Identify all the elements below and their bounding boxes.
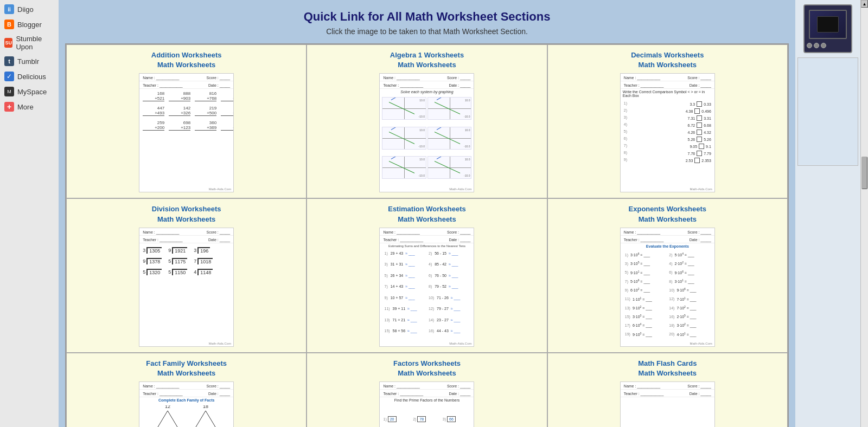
- worksheet-image-factors: Name : ___________Score : _____ Teacher …: [379, 381, 474, 427]
- cell-title-addition: Addition WorksheetsMath Worksheets: [151, 50, 222, 70]
- cell-title-division: Division WorksheetsMath Worksheets: [152, 204, 221, 224]
- grid-cell-factors[interactable]: Factors WorksheetsMath Worksheets Name :…: [307, 353, 547, 427]
- scroll-thumb[interactable]: [861, 157, 867, 189]
- worksheet-image-addition: Name : ___________Score : _____ Teacher …: [139, 73, 234, 192]
- svg-text:18: 18: [203, 405, 208, 409]
- sidebar-item-myspace[interactable]: M MySpace: [0, 85, 59, 99]
- cell-title-algebra: Algebra 1 WorksheetsMath Worksheets: [390, 50, 464, 70]
- grid-cell-addition[interactable]: Addition WorksheetsMath Worksheets Name …: [66, 44, 307, 198]
- scroll-track[interactable]: [861, 8, 868, 427]
- sidebar-label-delicious: Delicious: [17, 73, 46, 81]
- oven-window: [809, 10, 847, 39]
- worksheet-image-exponents: Name : ___________Score : _____ Teacher …: [620, 228, 715, 347]
- cell-title-flashcards: Math Flash CardsMath Worksheets: [638, 359, 697, 378]
- sidebar-label-tumblr: Tumblr: [17, 57, 39, 66]
- cell-title-factfamily: Fact Family WorksheetsMath Worksheets: [146, 359, 227, 378]
- worksheet-image-decimals: Name : ___________Score : _____ Teacher …: [620, 73, 715, 192]
- diigo-icon: ii: [4, 4, 14, 14]
- grid-cell-exponents[interactable]: Exponents WorksheetsMath Worksheets Name…: [547, 198, 788, 352]
- sidebar-label-myspace: MySpace: [17, 88, 47, 96]
- sidebar-item-more[interactable]: + More: [0, 100, 59, 114]
- scroll-up-button[interactable]: ▲: [861, 0, 868, 8]
- worksheet-image-algebra: Name : ___________Score : _____ Teacher …: [379, 73, 474, 192]
- sidebar: ii Diigo B Blogger SU Stumble Upon t Tum…: [0, 0, 59, 427]
- sidebar-item-stumble[interactable]: SU Stumble Upon: [0, 33, 59, 53]
- grid-cell-algebra[interactable]: Algebra 1 WorksheetsMath Worksheets Name…: [307, 44, 547, 198]
- blogger-icon: B: [4, 20, 14, 29]
- cell-title-decimals: Decimals WorksheetsMath Worksheets: [631, 50, 704, 70]
- cell-title-exponents: Exponents WorksheetsMath Worksheets: [629, 204, 707, 224]
- svg-marker-5: [189, 411, 222, 427]
- cell-title-factors: Factors WorksheetsMath Worksheets: [393, 359, 461, 378]
- worksheet-image-division: Name : ___________Score : _____ Teacher …: [139, 228, 234, 347]
- sidebar-label-blogger: Blogger: [17, 21, 42, 29]
- page-title: Quick Link for All Math Worksheet Sectio…: [64, 10, 790, 24]
- tumblr-icon: t: [4, 56, 14, 66]
- sidebar-item-diigo[interactable]: ii Diigo: [0, 2, 59, 16]
- page-subtitle: Click the image to be taken to that Math…: [64, 27, 790, 36]
- sidebar-label-stumble: Stumble Upon: [16, 35, 54, 51]
- right-sidebar: [795, 0, 860, 427]
- worksheet-image-flashcards: Name : ___________Score : _____ Teacher …: [620, 381, 715, 427]
- aside-ad: [797, 57, 858, 166]
- sidebar-item-delicious[interactable]: ✓ Delicious: [0, 69, 59, 83]
- oven-controls: [807, 41, 849, 50]
- grid-cell-factfamily[interactable]: Fact Family WorksheetsMath Worksheets Na…: [66, 353, 307, 427]
- worksheet-grid: Addition WorksheetsMath Worksheets Name …: [65, 43, 789, 427]
- myspace-icon: M: [4, 87, 14, 96]
- page-header: Quick Link for All Math Worksheet Sectio…: [59, 0, 795, 40]
- sidebar-label-more: More: [17, 103, 34, 111]
- scrollbar[interactable]: ▲ ▼: [860, 0, 868, 427]
- grid-cell-decimals[interactable]: Decimals WorksheetsMath Worksheets Name …: [547, 44, 788, 198]
- grid-cell-estimation[interactable]: Estimation WorksheetsMath Worksheets Nam…: [307, 198, 547, 352]
- sidebar-item-tumblr[interactable]: t Tumblr: [0, 54, 59, 68]
- oven-image: [803, 4, 852, 53]
- sidebar-label-diigo: Diigo: [17, 5, 34, 14]
- sidebar-item-blogger[interactable]: B Blogger: [0, 17, 59, 31]
- worksheet-image-estimation: Name : ___________Score : _____ Teacher …: [379, 228, 474, 347]
- worksheet-image-factfamily: Name : ___________Score : _____ Teacher …: [139, 381, 234, 427]
- more-icon: +: [4, 102, 14, 112]
- main-content: Quick Link for All Math Worksheet Sectio…: [59, 0, 795, 427]
- svg-text:12: 12: [165, 405, 170, 409]
- grid-cell-division[interactable]: Division WorksheetsMath Worksheets Name …: [66, 198, 307, 352]
- stumble-icon: SU: [4, 38, 12, 48]
- svg-marker-0: [151, 411, 184, 427]
- grid-cell-flashcards[interactable]: Math Flash CardsMath Worksheets Name : _…: [547, 353, 788, 427]
- delicious-icon: ✓: [4, 72, 14, 81]
- cell-title-estimation: Estimation WorksheetsMath Worksheets: [388, 204, 466, 224]
